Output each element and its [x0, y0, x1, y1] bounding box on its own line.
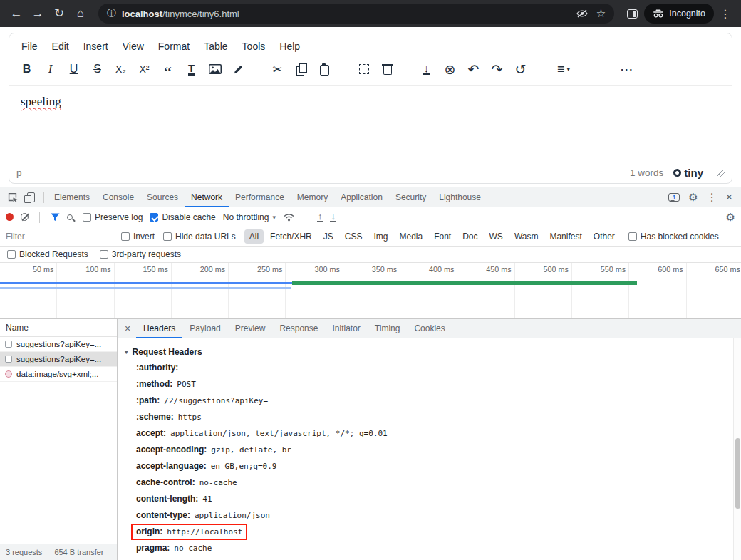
cut-button[interactable]: ✂ [266, 58, 289, 80]
tab-preview[interactable]: Preview [228, 319, 273, 338]
more-options-button[interactable]: ⋯ [615, 58, 638, 80]
reload-icon[interactable]: ↻ [50, 4, 68, 23]
pill-fetch-xhr[interactable]: Fetch/XHR [265, 229, 317, 244]
copy-button[interactable] [289, 58, 313, 80]
scrollbar[interactable] [733, 338, 741, 560]
blocked-requests-checkbox[interactable] [7, 250, 16, 259]
cancel-button[interactable]: ⊗ [438, 58, 462, 80]
filter-funnel-icon[interactable] [51, 213, 60, 222]
browser-menu-icon[interactable]: ⋮ [717, 7, 734, 21]
pill-font[interactable]: Font [429, 229, 456, 244]
search-icon[interactable] [67, 214, 73, 220]
superscript-button[interactable]: X² [133, 58, 156, 80]
tab-initiator[interactable]: Initiator [325, 319, 367, 338]
filter-input[interactable] [6, 232, 113, 242]
export-button[interactable]: ↓ [415, 58, 438, 80]
home-icon[interactable]: ⌂ [71, 4, 90, 23]
menu-view[interactable]: View [116, 38, 150, 55]
hide-data-urls-control[interactable]: Hide data URLs [163, 232, 236, 242]
tab-cookies[interactable]: Cookies [407, 319, 452, 338]
editor-content[interactable]: speeling [9, 86, 732, 162]
select-all-button[interactable] [352, 58, 375, 80]
subscript-button[interactable]: X₂ [109, 58, 133, 80]
settings-gear-icon[interactable]: ⚙ [688, 191, 698, 204]
resize-handle[interactable] [717, 170, 725, 177]
tab-headers[interactable]: Headers [136, 319, 182, 338]
invert-control[interactable]: Invert [121, 232, 155, 242]
request-headers-section[interactable]: ▾ Request Headers [125, 344, 727, 360]
disable-cache-checkbox[interactable] [150, 213, 158, 222]
preserve-log-control[interactable]: Preserve log [83, 212, 142, 222]
menu-tools[interactable]: Tools [236, 38, 272, 55]
forward-icon[interactable]: → [28, 4, 47, 23]
third-party-checkbox[interactable] [100, 250, 108, 259]
tab-payload[interactable]: Payload [182, 319, 227, 338]
name-column-header[interactable]: Name [0, 319, 117, 337]
menu-edit[interactable]: Edit [46, 38, 76, 55]
request-row[interactable]: suggestions?apiKey=... [0, 337, 117, 352]
restore-draft-button[interactable]: ↺ [509, 58, 532, 80]
devtools-menu-icon[interactable]: ⋮ [707, 191, 717, 204]
clear-icon[interactable] [21, 213, 28, 221]
menu-insert[interactable]: Insert [77, 38, 115, 55]
pill-wasm[interactable]: Wasm [509, 229, 544, 244]
network-conditions-icon[interactable] [283, 212, 295, 222]
pill-doc[interactable]: Doc [457, 229, 482, 244]
align-button[interactable]: ≡ ▾ [548, 58, 579, 80]
bookmark-star-icon[interactable]: ☆ [596, 7, 606, 20]
split-view-icon[interactable] [623, 4, 641, 23]
blocked-requests-control[interactable]: Blocked Requests [7, 249, 88, 259]
network-settings-gear-icon[interactable]: ⚙ [726, 211, 735, 224]
eye-off-icon[interactable] [576, 9, 588, 18]
tab-sources[interactable]: Sources [140, 187, 185, 207]
back-icon[interactable]: ← [7, 4, 26, 23]
inspect-element-icon[interactable] [3, 188, 21, 207]
pill-manifest[interactable]: Manifest [544, 229, 586, 244]
word-count[interactable]: 1 words [630, 167, 663, 178]
site-info-icon[interactable]: ⓘ [107, 7, 116, 20]
tab-elements[interactable]: Elements [48, 187, 96, 207]
tab-console[interactable]: Console [96, 187, 140, 207]
tab-memory[interactable]: Memory [291, 187, 334, 207]
tab-security[interactable]: Security [389, 187, 432, 207]
tab-lighthouse[interactable]: Lighthouse [432, 187, 487, 207]
delete-button[interactable] [375, 58, 399, 80]
underline-button[interactable]: U [62, 58, 86, 80]
record-button[interactable] [6, 213, 14, 221]
export-har-icon[interactable]: ↓ [330, 212, 336, 222]
insert-image-button[interactable] [203, 58, 227, 80]
menu-help[interactable]: Help [273, 38, 306, 55]
preserve-log-checkbox[interactable] [83, 213, 91, 222]
pill-media[interactable]: Media [394, 229, 428, 244]
italic-button[interactable]: I [38, 58, 62, 80]
close-details-icon[interactable]: × [119, 323, 136, 334]
pill-other[interactable]: Other [589, 229, 620, 244]
tab-network[interactable]: Network [185, 187, 229, 207]
disable-cache-control[interactable]: Disable cache [150, 212, 215, 222]
pill-img[interactable]: Img [368, 229, 393, 244]
redo-button[interactable]: ↷ [485, 58, 509, 80]
has-blocked-cookies-control[interactable]: Has blocked cookies [628, 232, 719, 242]
pill-ws[interactable]: WS [484, 229, 508, 244]
pill-all[interactable]: All [244, 229, 264, 244]
devtools-close-icon[interactable]: × [726, 191, 732, 204]
scrollbar-thumb[interactable] [735, 438, 740, 509]
menu-file[interactable]: File [15, 38, 44, 55]
permanent-pen-button[interactable] [227, 58, 250, 80]
tab-timing[interactable]: Timing [368, 319, 408, 338]
format-painter-button[interactable]: T [180, 58, 203, 80]
tab-application[interactable]: Application [334, 187, 389, 207]
issues-icon[interactable]: 1 [668, 193, 680, 202]
strikethrough-button[interactable]: S [86, 58, 109, 80]
third-party-control[interactable]: 3rd-party requests [100, 249, 181, 259]
device-toolbar-icon[interactable] [21, 188, 40, 207]
invert-checkbox[interactable] [121, 232, 130, 241]
blockquote-button[interactable]: “ [156, 58, 180, 80]
pill-css[interactable]: CSS [340, 229, 368, 244]
element-path[interactable]: p [16, 167, 22, 178]
pill-js[interactable]: JS [318, 229, 338, 244]
tab-performance[interactable]: Performance [229, 187, 291, 207]
undo-button[interactable]: ↶ [462, 58, 485, 80]
address-bar[interactable]: ⓘ localhost/tinymce/tiny6.html ☆ [98, 4, 614, 24]
tiny-brand[interactable]: tiny [673, 167, 703, 179]
